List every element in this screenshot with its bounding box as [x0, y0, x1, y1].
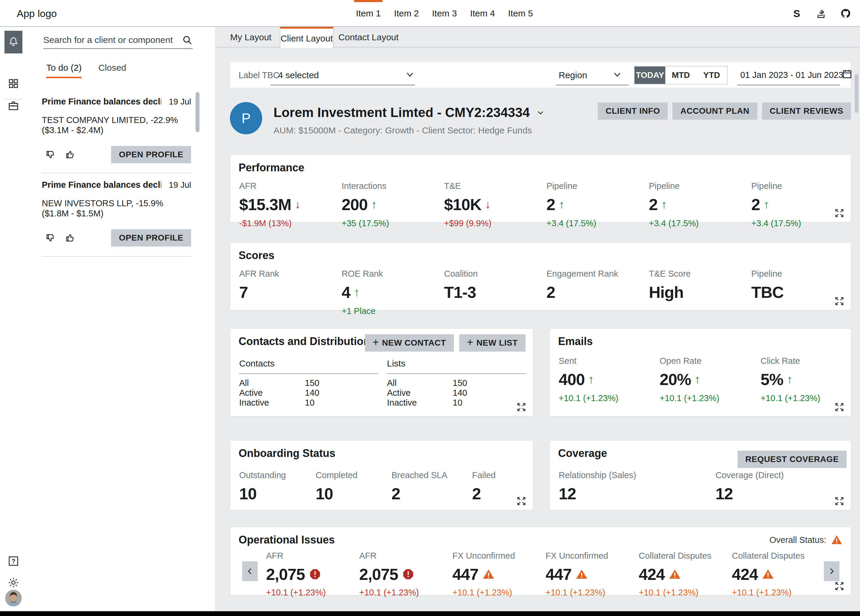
nav-item-5-label: Item 5	[508, 8, 533, 19]
open-profile-button[interactable]: OPEN PROFILE	[111, 229, 191, 246]
account-plan-button[interactable]: ACCOUNT PLAN	[672, 102, 757, 120]
expand-icon[interactable]	[834, 496, 845, 506]
group-header: Contacts	[239, 359, 378, 374]
search-icon[interactable]	[182, 34, 193, 45]
tab-my-layout[interactable]: My Layout	[224, 27, 278, 47]
metric-value: $15.3M	[239, 195, 291, 214]
metric-te: T&E $10K↓ +$99 (9.9%)	[444, 181, 546, 228]
trend-arrow-icon: ↑	[559, 198, 564, 211]
notification-title: Prime Finance balances declined...	[42, 180, 161, 190]
sidebar-scrollbar[interactable]	[196, 92, 199, 132]
stackoverflow-icon[interactable]	[815, 8, 827, 19]
nav-item-2[interactable]: Item 2	[393, 0, 420, 27]
carousel-left-button[interactable]	[242, 561, 258, 581]
user-avatar[interactable]	[5, 589, 22, 607]
rail-divider	[5, 99, 22, 99]
new-contact-label: NEW CONTACT	[382, 338, 446, 348]
toggle-mtd[interactable]: MTD	[665, 67, 696, 84]
operational-issues-card: Operational Issues Overall Status: AFR 2…	[230, 527, 851, 596]
row-label: All	[239, 378, 305, 388]
nav-item-3-label: Item 3	[432, 8, 457, 19]
top-icons: S	[791, 0, 852, 27]
trend-arrow-icon: ↑	[764, 198, 769, 211]
chevron-down-icon[interactable]	[405, 70, 415, 79]
notification-card: Prime Finance balances declined... 19 Ju…	[42, 173, 191, 257]
expand-icon[interactable]	[834, 402, 845, 412]
thumbs-down-icon[interactable]	[46, 232, 56, 243]
metric-change: +10.1 (+1.23%)	[546, 588, 639, 597]
expand-icon[interactable]	[834, 581, 845, 591]
metric-value: TBC	[751, 283, 783, 301]
toggle-today[interactable]: TODAY	[634, 67, 665, 84]
metric-label: FX Unconfirmed	[546, 551, 639, 561]
metric-label: Coverage (Direct)	[716, 470, 784, 480]
metric-change: +10.1 (+1.23%)	[660, 393, 761, 403]
notifications-panel: To do (2) Closed Prime Finance balances …	[27, 27, 215, 611]
client-info-button[interactable]: CLIENT INFO	[598, 102, 668, 120]
help-icon[interactable]: ?	[5, 550, 22, 572]
expand-icon[interactable]	[516, 496, 527, 506]
notifications-bell-icon[interactable]	[5, 31, 22, 53]
s-brand-icon[interactable]: S	[791, 8, 803, 19]
nav-item-1[interactable]: Item 1	[355, 0, 382, 27]
bottom-bar	[0, 611, 860, 616]
metric-value: 10	[315, 484, 333, 503]
row-label: Active	[239, 388, 305, 398]
open-profile-button[interactable]: OPEN PROFILE	[111, 146, 191, 163]
nav-item-1-label: Item 1	[356, 8, 381, 19]
nav-item-3[interactable]: Item 3	[431, 0, 458, 27]
thumbs-up-icon[interactable]	[65, 232, 76, 243]
nav-item-5[interactable]: Item 5	[507, 0, 534, 27]
metric-change: -$1.9M (13%)	[239, 218, 342, 228]
score-afr-rank: AFR Rank 7	[239, 269, 342, 316]
row-label: Inactive	[387, 398, 453, 408]
chevron-down-icon[interactable]	[612, 70, 622, 79]
expand-icon[interactable]	[834, 296, 845, 307]
row-label: Active	[387, 388, 453, 398]
metric-value: 2	[546, 195, 555, 214]
thumbs-up-icon[interactable]	[65, 149, 76, 160]
metric-change: +10.1 (+1.23%)	[732, 588, 825, 597]
metric-open-rate: Open Rate 20%↑ +10.1 (+1.23%)	[660, 356, 761, 403]
client-actions: CLIENT INFO ACCOUNT PLAN CLIENT REVIEWS	[598, 102, 851, 120]
thumbs-down-icon[interactable]	[46, 149, 56, 160]
metric-label: Pipeline	[546, 181, 649, 191]
client-meta: AUM: $15000M - Category: Growth - Client…	[273, 125, 532, 135]
metric-value: 2,075	[266, 565, 305, 583]
search-input[interactable]	[43, 35, 182, 45]
trend-arrow-icon: ↑	[661, 198, 667, 211]
metric-label: Pipeline	[751, 269, 854, 279]
toggle-ytd[interactable]: YTD	[696, 67, 727, 84]
expand-icon[interactable]	[516, 402, 527, 412]
calendar-icon[interactable]	[842, 69, 852, 79]
new-contact-button[interactable]: +NEW CONTACT	[365, 334, 454, 351]
tab-closed[interactable]: Closed	[98, 63, 126, 78]
client-avatar: P	[230, 102, 262, 134]
apps-grid-icon[interactable]	[5, 72, 22, 95]
client-reviews-button[interactable]: CLIENT REVIEWS	[762, 102, 851, 120]
metric-breached-sla: Breached SLA 2	[391, 470, 472, 503]
row-label: All	[387, 378, 453, 388]
row-label: Inactive	[239, 398, 305, 408]
github-icon[interactable]	[840, 8, 852, 19]
date-range-value[interactable]: 01 Jan 2023 - 01 Jun 2023	[740, 70, 843, 80]
expand-icon[interactable]	[834, 208, 845, 218]
region-select[interactable]: Region	[559, 70, 587, 80]
carousel-right-button[interactable]	[824, 561, 840, 581]
tab-contact-layout[interactable]: Contact Layout	[335, 27, 402, 47]
top-nav: Item 1 Item 2 Item 3 Item 4 Item 5	[355, 0, 534, 27]
briefcase-icon[interactable]	[5, 94, 22, 117]
metric-value: 10	[239, 484, 256, 503]
nav-item-2-label: Item 2	[394, 8, 419, 19]
date-range-toggle: TODAY MTD YTD	[634, 66, 728, 85]
label-select[interactable]: 4 selected	[278, 70, 319, 80]
trend-arrow-icon: ↑	[371, 198, 377, 211]
chevron-down-icon[interactable]	[536, 108, 545, 117]
tab-client-layout[interactable]: Client Layout	[280, 27, 334, 48]
main-scrollbar[interactable]	[855, 74, 858, 113]
nav-item-4[interactable]: Item 4	[469, 0, 496, 27]
tab-todo[interactable]: To do (2)	[46, 63, 82, 78]
notification-tabs: To do (2) Closed	[46, 63, 126, 78]
request-coverage-button[interactable]: REQUEST COVERAGE	[738, 451, 847, 468]
new-list-button[interactable]: +NEW LIST	[459, 334, 526, 351]
